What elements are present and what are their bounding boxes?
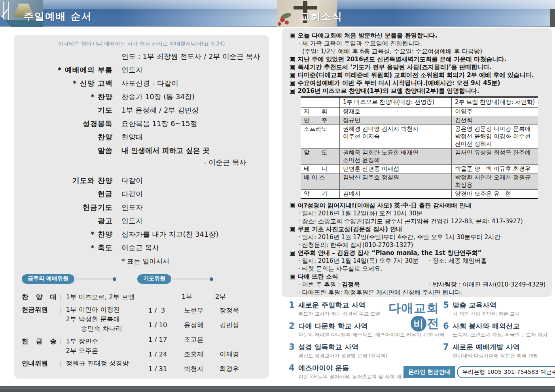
notice-title: ▣특새기간 추천도서 ‘기도가 전부 응답된 사람(죠지뮬러)’을 판매합니다. bbox=[290, 63, 546, 71]
order-row-sermon: 말씀내 인생에서 피하고 싶은 곳 bbox=[14, 146, 269, 155]
committee-row: 안내위원| 정원규 진태정 성경방 bbox=[22, 359, 134, 368]
notice-sub: · 다애뜨란 후원: 재정후원은 게시판에 신청해 주시면 됩니다. bbox=[290, 288, 546, 296]
square-bullet-icon: ▣ bbox=[290, 79, 295, 87]
vision-circle-badge: 비 bbox=[411, 316, 426, 332]
page-bottom-edge bbox=[0, 386, 555, 392]
cross-icon bbox=[294, 6, 317, 9]
order-row: 기도와 찬양다같이 bbox=[14, 176, 269, 185]
table-row: 지 휘장재호이영주 bbox=[301, 107, 538, 116]
order-row: 기도1부 윤정혜 / 2부 김민성 bbox=[14, 106, 269, 115]
notice-sub: · 신청문의: 한주예 집사(010-2703-1327) bbox=[290, 241, 546, 249]
notice-title: ▣수요여성예배가 이번 주 부터 다시 시작됩니다.(예배시간: 오전 9시 4… bbox=[290, 79, 546, 87]
prayer-row: 1 / 31박천자최경우 bbox=[137, 364, 260, 374]
prayer-committee: 기도위원 1부 2부 1 / 3노현우장정욱 1 / 10윤정혜김민성 1 / … bbox=[137, 274, 260, 379]
notice-sub: · 새 가족 교육이 주일과 수요일에 진행됩니다. bbox=[290, 40, 546, 47]
prayer-row: 1 / 17조고은 bbox=[137, 335, 260, 345]
notice-title: ▣어?성경이 읽어지네!(이애실 사모) 英·中·日 출판 감사예배 안내 bbox=[290, 202, 546, 209]
table-row: 테 너민병훈 선명종 이재섭박을준 양 백 이규호 최경우 bbox=[301, 165, 538, 173]
table-row: 베 이 스김남산 김주호 정철원박정환 서인학 오재천 정원규 최성용 bbox=[301, 173, 538, 190]
notice-sub: · 티켓 문의는 사무실로 오세요. bbox=[290, 265, 546, 273]
flower-shape bbox=[278, 22, 281, 26]
bank-account: 우리은행 1005-301-754583 예금주)다애교회 bbox=[457, 366, 555, 378]
worship-order-list: 인도 : 1부 최창원 전도사 / 2부 이순근 목사 * 예배에의 부름인도자… bbox=[14, 52, 269, 266]
flower-shape bbox=[285, 21, 289, 24]
square-bullet-icon: ▣ bbox=[290, 202, 295, 209]
worship-committee: 금주의 예배위원 찬 양 대| 1부 미즈모르, 2부 브엘 헌금위원| 1부 … bbox=[22, 274, 134, 371]
prayer-committee-heading: 기도위원 bbox=[137, 274, 260, 284]
pill-line bbox=[75, 279, 113, 279]
notice-title: ▣지난 주에 있었던 2016년도 신년특별새벽기도회를 은혜 가운데 마쳤습니… bbox=[290, 55, 546, 63]
square-bullet-icon: ▣ bbox=[290, 63, 295, 71]
standing-footnote: * 표는 일어서서 bbox=[121, 257, 269, 266]
worship-order-title: 주일예배 순서 bbox=[24, 10, 92, 23]
notice-sub: (주일: 1/2부 예배 후 6층 교육실, 수요일: 수요여성예배 후 다꿈방… bbox=[290, 47, 546, 55]
notice-title: ▣다애 뜨란 소식 bbox=[290, 273, 546, 281]
notice-title: ▣2016년 미즈모르 찬양대(1부)와 브엘 찬양대(2부)를 임명합니다. bbox=[290, 87, 546, 95]
notice-sub: · 장소: 소망교회 수양관(경기도 광주시 곤지암읍 건업길 122-83, … bbox=[290, 217, 546, 225]
notice-title: ▣무료 기초 사진교실(김문정 집사) 안내 bbox=[290, 225, 546, 233]
prayer-committee-pill: 기도위원 bbox=[137, 274, 171, 284]
notice-sub: · 일시: 2016년 1월 12일(화) 오전 10시 30분 bbox=[290, 209, 546, 217]
railing-line bbox=[8, 2, 9, 20]
notice-sub-pair: · 일시: 2016년 1월 14일(목) 오후 7시 30분 · 장소: 세종… bbox=[290, 257, 546, 265]
table-row: 알 토권혜욱 김회란 노윤희 배재연 소미선 윤정혜김서민 유상명 최성옥 한주… bbox=[301, 149, 538, 165]
order-row: * 예배에의 부름인도자 bbox=[14, 66, 269, 74]
table-row: 소프라노권혜경 김미영 김지지 박천자 이주현 이지숙공은영 김문정 나미강 문… bbox=[301, 125, 538, 149]
vision-item: 6사회 봉사와 해외선교노숙자, 소년소녀 가장, 외국인 근로자 섬김 bbox=[443, 321, 554, 339]
online-giving-info: 온라인 헌금안내 우리은행 1005-301-754583 예금주)다애교회 bbox=[403, 366, 555, 378]
vision-item: 5맞춤 교육사역각 개인 신앙 진단에 따른 교육 bbox=[443, 300, 554, 318]
worship-committee-pill: 금주의 예배위원 bbox=[22, 274, 74, 284]
church-news-panel: ▣오늘 다애교회에 처음 방문하신 분들을 환영합니다. · 새 가족 교육이 … bbox=[282, 28, 552, 297]
order-row: 헌금다같이 bbox=[14, 190, 269, 198]
notice-title: ▣다미준(다애교회 미래준비 위원회) 교회이전 소위원회 회의가 2부 예배 … bbox=[290, 71, 546, 79]
vision-item: 7새로운 예배개발 사역현시대와 다음시대에 적합한 예배 개발 bbox=[443, 342, 554, 360]
church-vision-logo: 다애교회 비 전 bbox=[379, 300, 439, 332]
notice-title: ▣연주회 안내 – 김윤경 집사 “Piano mania, the 1st 창… bbox=[290, 249, 546, 257]
prayer-row: 1 / 3노현우장정욱 bbox=[137, 306, 260, 315]
online-giving-label: 온라인 헌금안내 bbox=[403, 366, 455, 378]
table-row: 악 기김예지양경아 오주은 유 현 bbox=[301, 190, 538, 199]
order-row: 헌금기도인도자 bbox=[14, 203, 269, 212]
page-edge bbox=[550, 9, 555, 27]
church-vision-section: 1새로운 주일학교 사역부모가 교사가 되는 성경적 주교 모델 2다애 다문화… bbox=[282, 300, 552, 386]
prayer-row: 1 / 10윤정혜김민성 bbox=[137, 320, 260, 330]
notice-title: ▣오늘 다애교회에 처음 방문하신 분들을 환영합니다. bbox=[290, 32, 546, 40]
worship-committee-heading: 금주의 예배위원 bbox=[22, 274, 134, 284]
order-row: * 축도이순근 목사 bbox=[14, 243, 269, 252]
scripture-verse: 하나님은 영이시니 예배하는 자가 영과 진리로 예배할지니라(요 4:24) bbox=[14, 40, 269, 47]
committee-row: 헌금위원| 1부 이민아 이정진 2부 박정환 문복애 송민숙 차나리 bbox=[22, 305, 134, 334]
table-row: 반 주정규빈김선희 bbox=[301, 116, 538, 125]
vision-column-right: 5맞춤 교육사역각 개인 신앙 진단에 따른 교육 6사회 봉사와 해외선교노숙… bbox=[443, 300, 554, 363]
order-row: * 찬양찬송가 10장 (통 34장) bbox=[14, 92, 269, 101]
order-row: * 신앙 고백사도신경 - 다같이 bbox=[14, 79, 269, 88]
square-bullet-icon: ▣ bbox=[290, 225, 295, 233]
order-row: 성경봉독요한복음 11장 6~15절 bbox=[14, 119, 269, 128]
bulletin-page: 주일예배 순서 교회소식 하나님은 영이시니 예배하는 자가 영과 진리로 예배… bbox=[0, 0, 555, 392]
table-header-row: 1부 미즈모르 찬양대(대장: 선명종) 2부 브엘 찬양대(대장: 서인학) bbox=[301, 97, 538, 107]
vision-item: 3성경 일독학교 사역평신도 성경교사가 성경방 운영 (셀목회) bbox=[289, 342, 436, 360]
square-bullet-icon: ▣ bbox=[290, 71, 295, 79]
order-row: * 찬양십자가를 내가 지고(찬 341장) bbox=[14, 230, 269, 239]
notice-sub: · 일시: 2016년 1월 17일(주일)부터 4주간, 주일 오후 1시 3… bbox=[290, 233, 546, 241]
worship-leaders: 인도 : 1부 최창원 전도사 / 2부 이순근 목사 bbox=[121, 52, 269, 61]
church-news-header: 교회소식 bbox=[277, 0, 555, 28]
choir-roster-table: 1부 미즈모르 찬양대(대장: 선명종) 2부 브엘 찬양대(대장: 서인학) … bbox=[301, 96, 538, 199]
worship-order-panel: 하나님은 영이시니 예배하는 자가 영과 진리로 예배할지니라(요 4:24) … bbox=[14, 35, 269, 379]
church-news-title: 교회소식 bbox=[300, 10, 343, 23]
church-name-logo: 다애교회 bbox=[379, 300, 439, 315]
order-row: 광고인도자 bbox=[14, 217, 269, 225]
flower-shape bbox=[280, 17, 285, 22]
committee-row: 찬 양 대| 1부 미즈모르, 2부 브엘 bbox=[22, 292, 134, 302]
worship-order-header: 주일예배 순서 bbox=[0, 0, 277, 28]
pill-line bbox=[172, 279, 210, 279]
prayer-columns-header: 1부 2부 bbox=[182, 292, 260, 301]
railing-line bbox=[3, 2, 4, 20]
square-bullet-icon: ▣ bbox=[290, 87, 295, 95]
square-bullet-icon: ▣ bbox=[290, 249, 295, 257]
prayer-row: 1 / 24조홍제이재경 bbox=[137, 350, 260, 359]
square-bullet-icon: ▣ bbox=[290, 273, 295, 281]
order-row: 찬양찬양대 bbox=[14, 133, 269, 141]
square-bullet-icon: ▣ bbox=[290, 55, 295, 63]
square-bullet-icon: ▣ bbox=[290, 32, 295, 40]
notice-sub-pair: · 이번 주 후원 : 김정옥 · 밥사팀장 : 이애진 권사(010-3249… bbox=[290, 281, 546, 288]
